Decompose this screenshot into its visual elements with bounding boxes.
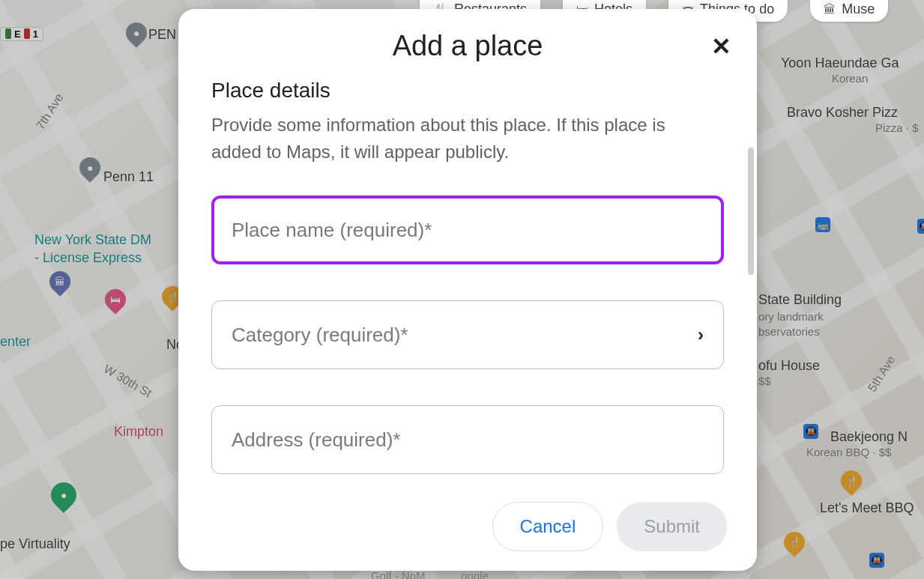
dialog-scroll[interactable]: Place details Provide some information a… [178, 65, 757, 488]
scrollbar-thumb[interactable] [748, 148, 754, 275]
close-button[interactable]: ✕ [711, 34, 731, 58]
category-placeholder: Category (required)* [232, 324, 408, 347]
museum-icon: 🏛 [824, 3, 836, 16]
cancel-button[interactable]: Cancel [492, 502, 604, 551]
dialog-body: Place details Provide some information a… [178, 65, 757, 488]
place-name-placeholder: Place name (required)* [232, 219, 432, 242]
cancel-label: Cancel [520, 516, 576, 537]
section-title: Place details [211, 79, 724, 103]
chip-museums[interactable]: 🏛 Muse [810, 0, 888, 22]
section-description: Provide some information about this plac… [211, 112, 691, 166]
dialog-title: Add a place [193, 30, 742, 62]
add-place-dialog: Add a place ✕ Place details Provide some… [178, 9, 757, 571]
address-placeholder: Address (required)* [232, 428, 400, 452]
chip-label: Muse [842, 1, 875, 17]
category-field[interactable]: Category (required)* › [211, 300, 724, 369]
address-field[interactable]: Address (required)* [211, 405, 724, 474]
submit-label: Submit [644, 516, 700, 537]
dialog-footer: Cancel Submit [178, 488, 757, 571]
dialog-header: Add a place ✕ [178, 9, 757, 65]
place-name-field[interactable]: Place name (required)* [211, 195, 724, 264]
chevron-right-icon: › [698, 324, 704, 345]
close-icon: ✕ [711, 33, 731, 60]
submit-button[interactable]: Submit [617, 502, 727, 551]
